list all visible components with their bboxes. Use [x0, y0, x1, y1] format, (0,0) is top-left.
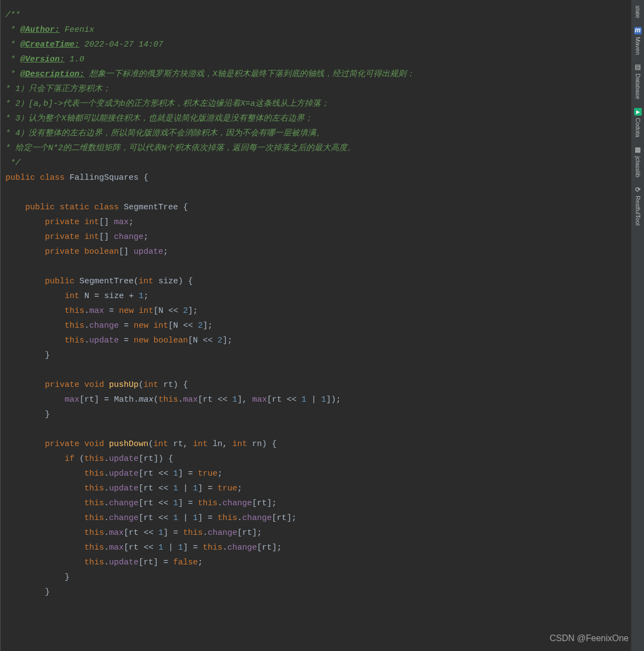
bracket-open: [ [188, 336, 193, 345]
op-shl: << [183, 321, 193, 330]
keyword-this: this [84, 543, 104, 552]
var-n: N [158, 306, 163, 316]
keyword-this: this [183, 528, 203, 538]
bracket-close: ] [163, 528, 168, 538]
keyword-this: this [65, 336, 84, 345]
bracket-open: [ [139, 484, 143, 493]
tool-label: jclasslib [633, 156, 643, 178]
keyword-this: this [65, 306, 84, 316]
var-n: N [84, 292, 89, 301]
bracket-close: ] [237, 395, 242, 404]
number-2: 2 [183, 306, 188, 316]
semicolon: ; [336, 395, 341, 404]
field-change: change [109, 513, 139, 523]
paren-close: ) [331, 395, 336, 404]
semicolon: ; [129, 218, 134, 227]
comma: , [183, 439, 188, 449]
keyword-this: this [84, 558, 104, 567]
doc-tag-description: @Description: [20, 70, 84, 79]
tool-sidebar: slate m Maven ▤ Database ▸ Codota ▦ jcla… [631, 0, 644, 651]
op-eq: = [188, 499, 193, 508]
class-name-segmenttree: SegmentTree [124, 203, 178, 212]
gutter-line [0, 0, 1, 651]
keyword-int: int [139, 306, 153, 316]
field-change: change [222, 499, 252, 508]
paren-open: ( [148, 439, 153, 449]
op-plus: + [129, 292, 134, 301]
keyword-this: this [217, 513, 237, 523]
keyword-this: this [203, 543, 222, 552]
field-change: change [89, 321, 119, 330]
field-max: max [89, 306, 104, 316]
brace-open: { [272, 439, 277, 449]
paren-close: ) [158, 454, 163, 464]
field-max: max [109, 543, 124, 552]
class-math: Math [114, 395, 134, 404]
tool-item-restfultool[interactable]: ⟳ RestfulTool [631, 182, 644, 229]
dot: . [104, 528, 109, 538]
op-eq: = [188, 469, 193, 478]
brace-open: { [183, 380, 188, 390]
tool-item-jclasslib[interactable]: ▦ jclasslib [631, 143, 644, 181]
op-shl: << [158, 469, 168, 478]
doc-comment-open: /** [5, 10, 20, 20]
doc-description-line5: * 给定一个N*2的二维数组矩阵，可以代表N个积木依次掉落，返回每一次掉落之后的… [5, 144, 355, 153]
tool-item-codota[interactable]: ▸ Codota [631, 105, 644, 140]
op-eq: = [208, 513, 212, 523]
field-update: update [109, 484, 139, 493]
field-max: max [114, 218, 129, 227]
keyword-this: this [65, 321, 84, 330]
dot: . [104, 543, 109, 552]
bracket-close: ] [198, 484, 203, 493]
bracket-close: ] [183, 543, 188, 552]
var-rt: rt [129, 528, 139, 538]
tool-item-database[interactable]: ▤ Database [631, 60, 644, 102]
field-max: max [252, 395, 267, 404]
op-or: | [168, 543, 173, 552]
op-eq: = [163, 558, 168, 567]
number-1: 1 [173, 484, 178, 493]
number-1: 1 [193, 513, 198, 523]
bracket-close: ] [178, 499, 183, 508]
bracket-open: [ [198, 395, 203, 404]
code-editor[interactable]: /** * @Author: Feenix * @CreateTime: 202… [0, 0, 631, 651]
keyword-this: this [84, 513, 104, 523]
field-max: max [65, 395, 79, 404]
keyword-int: int [143, 380, 158, 390]
bracket-open: [ [139, 469, 143, 478]
number-1: 1 [232, 395, 237, 404]
bracket-close: ] [203, 321, 208, 330]
field-update: update [109, 469, 139, 478]
keyword-void: void [84, 439, 104, 449]
bracket-close: ] [326, 395, 331, 404]
keyword-new: new [119, 306, 134, 316]
op-shl: << [143, 528, 153, 538]
semicolon: ; [143, 292, 148, 301]
op-shl: << [158, 484, 168, 493]
keyword-true: true [217, 484, 237, 493]
number-1: 1 [173, 469, 178, 478]
bracket-open: [ [257, 543, 262, 552]
bracket-open: [ [168, 321, 173, 330]
keyword-static: static [60, 203, 89, 212]
number-1: 1 [173, 513, 178, 523]
number-1: 1 [301, 395, 306, 404]
bracket-open: [ [139, 558, 143, 567]
number-1: 1 [193, 484, 198, 493]
doc-line: * [5, 55, 20, 64]
keyword-int: int [84, 232, 99, 242]
op-eq: = [124, 336, 129, 345]
var-rt: rt [257, 499, 267, 508]
var-rt: rt [143, 513, 153, 523]
doc-description-line2: * 2）[a,b]->代表一个变成为b的正方形积木，积木左边缘沿着X=a这条线从… [5, 99, 329, 108]
codota-icon: ▸ [634, 108, 642, 116]
tool-item-maven[interactable]: m Maven [631, 24, 644, 58]
op-eq: = [104, 395, 109, 404]
brace-open: { [183, 203, 188, 212]
var-rt: rt [143, 499, 153, 508]
dot: . [84, 306, 89, 316]
bracket-open: [ [272, 513, 277, 523]
comma: , [242, 395, 247, 404]
keyword-this: this [84, 528, 104, 538]
tool-item-slate[interactable]: slate [631, 2, 644, 21]
